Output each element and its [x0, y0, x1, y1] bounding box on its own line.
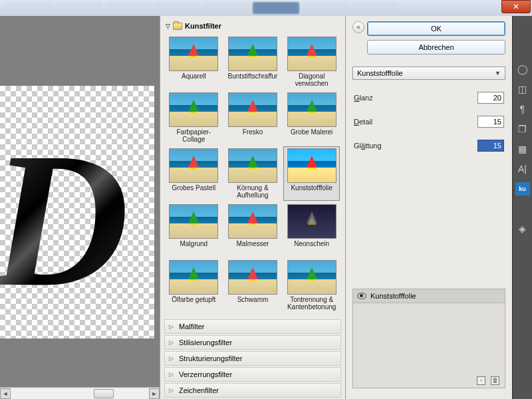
dock-character-icon[interactable]: A| [515, 162, 530, 176]
triangle-right-icon: ▷ [169, 387, 174, 394]
dock-paragraph-icon[interactable]: ¶ [515, 102, 530, 116]
layer-name: Kunststofffolie [370, 292, 416, 300]
category-verzerrungsfilter[interactable]: ▷Verzerrungsfilter [164, 367, 341, 382]
visibility-eye-icon[interactable] [357, 293, 366, 299]
right-dock: ◯ ◫ ¶ ❐ ▦ A| ku ◈ [512, 16, 532, 399]
category-label: Kunstfilter [185, 22, 221, 30]
filter-gallery: ▽ Kunstfilter Aquarell Buntstiftschraffu… [160, 16, 346, 399]
filter-grobes-pastell[interactable]: Grobes Pastell [166, 146, 222, 201]
filter-tontrennung[interactable]: Tontrennung & Kantenbetonung [283, 258, 340, 313]
tab[interactable] [56, 2, 102, 14]
param-detail-label: Detail [354, 118, 372, 126]
effect-layers: Kunststofffolie ▫ 🗑 [352, 289, 505, 388]
new-layer-icon[interactable]: ▫ [477, 376, 485, 385]
artwork-letter: D [0, 109, 129, 331]
category-strukturierungsfilter[interactable]: ▷Strukturierungsfilter [164, 351, 341, 366]
filter-koernung-aufhellung[interactable]: Körnung & Aufhellung [225, 146, 281, 201]
filter-farbpapier-collage[interactable]: Farbpapier-Collage [166, 90, 222, 145]
filter-buntstiftschraffur[interactable]: Buntstiftschraffur [225, 35, 281, 89]
param-glaettung-label: Glättung [354, 142, 382, 150]
dock-swatches-icon[interactable]: ▦ [515, 142, 530, 156]
filter-dropdown-label: Kunststofffolie [357, 69, 403, 77]
dock-ku-icon[interactable]: ku [515, 182, 530, 196]
chevron-down-icon: ▼ [495, 70, 501, 76]
tab[interactable] [203, 2, 250, 14]
scroll-left-icon[interactable]: ◄ [0, 388, 11, 399]
filter-malmesser[interactable]: Malmesser [225, 202, 281, 257]
category-kunstfilter[interactable]: ▽ Kunstfilter [164, 20, 341, 32]
filter-aquarell[interactable]: Aquarell [166, 35, 222, 89]
category-malfilter[interactable]: ▷Malfilter [164, 319, 341, 334]
param-glanz-input[interactable] [477, 92, 504, 104]
triangle-right-icon: ▷ [169, 355, 174, 362]
folder-icon [173, 23, 182, 30]
close-button[interactable]: ✕ [501, 0, 531, 13]
filter-schwamm[interactable]: Schwamm [225, 258, 281, 313]
ok-button[interactable]: OK [367, 21, 505, 36]
triangle-right-icon: ▷ [169, 371, 174, 378]
delete-layer-icon[interactable]: 🗑 [491, 376, 499, 385]
scroll-thumb[interactable] [94, 389, 114, 398]
category-zeichenfilter[interactable]: ▷Zeichenfilter [164, 383, 341, 398]
category-stilisierungsfilter[interactable]: ▷Stilisierungsfilter [164, 335, 341, 350]
settings-panel: ✕ « OK Abbrechen Kunststofffolie ▼ Glanz… [346, 16, 512, 399]
document-tabbar [0, 0, 532, 16]
triangle-right-icon: ▷ [169, 323, 174, 330]
triangle-right-icon: ▷ [169, 339, 174, 346]
tab[interactable] [154, 2, 201, 14]
param-detail-input[interactable] [477, 116, 504, 128]
dock-layers-icon[interactable]: ❐ [515, 122, 530, 136]
filter-diagonal-verwischen[interactable]: Diagonal verwischen [283, 35, 340, 89]
collapse-button[interactable]: « [352, 21, 364, 33]
layer-row[interactable]: Kunststofffolie [353, 289, 505, 303]
preview-panel: D ◄ ► [0, 16, 160, 399]
tab-active[interactable] [253, 2, 299, 14]
tab[interactable] [105, 2, 152, 14]
tab[interactable] [351, 2, 398, 14]
dock-stack-icon[interactable]: ◈ [515, 222, 530, 235]
filter-malgrund[interactable]: Malgrund [166, 202, 222, 257]
canvas-preview[interactable]: D [0, 16, 160, 387]
horizontal-scrollbar[interactable]: ◄ ► [0, 387, 160, 399]
dock-crop-icon[interactable]: ◫ [515, 82, 530, 96]
filter-kunststofffolie[interactable]: Kunststofffolie [283, 146, 340, 201]
triangle-down-icon: ▽ [166, 23, 170, 29]
tab[interactable] [7, 2, 53, 14]
tab[interactable] [302, 2, 348, 14]
scroll-right-icon[interactable]: ► [149, 388, 160, 399]
filter-oelfarbe-getupft[interactable]: Ölfarbe getupft [166, 258, 222, 313]
dock-circle-icon[interactable]: ◯ [515, 63, 530, 76]
param-glaettung-input[interactable] [477, 140, 504, 152]
filter-fresko[interactable]: Fresko [225, 90, 281, 145]
filter-neonschein[interactable]: Neonschein [283, 202, 340, 257]
filter-dropdown[interactable]: Kunststofffolie ▼ [352, 66, 505, 80]
filter-grobe-malerei[interactable]: Grobe Malerei [283, 90, 340, 145]
cancel-button[interactable]: Abbrechen [367, 40, 505, 55]
param-glanz-label: Glanz [354, 94, 373, 102]
